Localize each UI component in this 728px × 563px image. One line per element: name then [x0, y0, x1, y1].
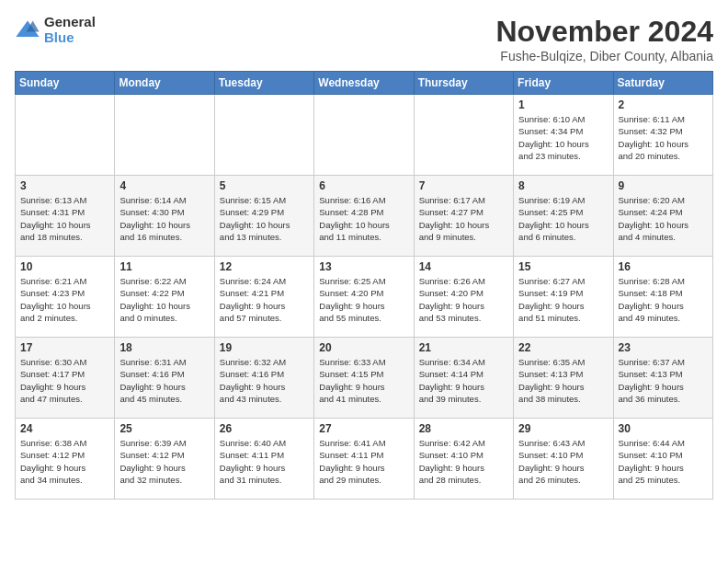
day-number: 12	[220, 260, 309, 273]
day-number: 15	[518, 260, 608, 273]
day-number: 27	[319, 422, 408, 435]
day-number: 5	[220, 179, 309, 192]
day-number: 26	[220, 422, 309, 435]
calendar-cell: 15Sunrise: 6:27 AM Sunset: 4:19 PM Dayli…	[514, 257, 613, 338]
day-number: 16	[619, 260, 708, 273]
day-number: 19	[220, 341, 309, 354]
day-number: 21	[419, 341, 508, 354]
day-number: 3	[20, 179, 109, 192]
day-number: 23	[619, 341, 708, 354]
calendar-cell: 16Sunrise: 6:28 AM Sunset: 4:18 PM Dayli…	[613, 257, 712, 338]
day-number: 30	[619, 422, 708, 435]
day-info: Sunrise: 6:20 AM Sunset: 4:24 PM Dayligh…	[619, 194, 708, 243]
calendar-cell: 14Sunrise: 6:26 AM Sunset: 4:20 PM Dayli…	[414, 257, 513, 338]
day-number: 22	[518, 341, 608, 354]
calendar-cell: 22Sunrise: 6:35 AM Sunset: 4:13 PM Dayli…	[514, 338, 613, 419]
calendar-cell: 12Sunrise: 6:24 AM Sunset: 4:21 PM Dayli…	[214, 257, 313, 338]
day-number: 8	[518, 179, 608, 192]
calendar-cell: 29Sunrise: 6:43 AM Sunset: 4:10 PM Dayli…	[514, 419, 613, 500]
day-info: Sunrise: 6:34 AM Sunset: 4:14 PM Dayligh…	[419, 356, 508, 405]
calendar-cell: 13Sunrise: 6:25 AM Sunset: 4:20 PM Dayli…	[314, 257, 414, 338]
calendar-cell	[16, 95, 115, 176]
calendar-cell: 10Sunrise: 6:21 AM Sunset: 4:23 PM Dayli…	[16, 257, 115, 338]
day-number: 2	[619, 98, 708, 111]
day-info: Sunrise: 6:33 AM Sunset: 4:15 PM Dayligh…	[319, 356, 408, 405]
day-info: Sunrise: 6:42 AM Sunset: 4:10 PM Dayligh…	[419, 437, 508, 486]
day-info: Sunrise: 6:16 AM Sunset: 4:28 PM Dayligh…	[319, 194, 408, 243]
logo: General Blue	[15, 15, 96, 45]
day-number: 14	[419, 260, 508, 273]
day-number: 9	[619, 179, 708, 192]
day-info: Sunrise: 6:26 AM Sunset: 4:20 PM Dayligh…	[419, 275, 508, 324]
day-info: Sunrise: 6:39 AM Sunset: 4:12 PM Dayligh…	[119, 437, 209, 486]
weekday-header-row: SundayMondayTuesdayWednesdayThursdayFrid…	[16, 72, 713, 95]
weekday-header-cell: Friday	[514, 72, 613, 95]
day-info: Sunrise: 6:41 AM Sunset: 4:11 PM Dayligh…	[319, 437, 408, 486]
logo-blue-text: Blue	[44, 30, 96, 46]
day-number: 4	[119, 179, 209, 192]
calendar-cell	[314, 95, 414, 176]
day-number: 17	[20, 341, 109, 354]
day-info: Sunrise: 6:43 AM Sunset: 4:10 PM Dayligh…	[518, 437, 608, 486]
weekday-header-cell: Monday	[115, 72, 214, 95]
calendar-cell: 24Sunrise: 6:38 AM Sunset: 4:12 PM Dayli…	[16, 419, 115, 500]
day-number: 18	[119, 341, 209, 354]
day-number: 25	[119, 422, 209, 435]
day-info: Sunrise: 6:11 AM Sunset: 4:32 PM Dayligh…	[619, 113, 708, 162]
day-number: 10	[20, 260, 109, 273]
day-info: Sunrise: 6:31 AM Sunset: 4:16 PM Dayligh…	[119, 356, 209, 405]
calendar-cell: 30Sunrise: 6:44 AM Sunset: 4:10 PM Dayli…	[613, 419, 712, 500]
calendar-cell	[214, 95, 313, 176]
day-info: Sunrise: 6:22 AM Sunset: 4:22 PM Dayligh…	[119, 275, 209, 324]
day-number: 11	[119, 260, 209, 273]
day-info: Sunrise: 6:38 AM Sunset: 4:12 PM Dayligh…	[20, 437, 109, 486]
calendar-cell: 7Sunrise: 6:17 AM Sunset: 4:27 PM Daylig…	[414, 176, 513, 257]
calendar-week-row: 17Sunrise: 6:30 AM Sunset: 4:17 PM Dayli…	[16, 338, 713, 419]
day-info: Sunrise: 6:17 AM Sunset: 4:27 PM Dayligh…	[419, 194, 508, 243]
day-number: 6	[319, 179, 408, 192]
calendar-cell: 25Sunrise: 6:39 AM Sunset: 4:12 PM Dayli…	[115, 419, 214, 500]
calendar-cell: 20Sunrise: 6:33 AM Sunset: 4:15 PM Dayli…	[314, 338, 414, 419]
calendar-cell: 2Sunrise: 6:11 AM Sunset: 4:32 PM Daylig…	[613, 95, 712, 176]
day-info: Sunrise: 6:35 AM Sunset: 4:13 PM Dayligh…	[518, 356, 608, 405]
calendar-cell: 11Sunrise: 6:22 AM Sunset: 4:22 PM Dayli…	[115, 257, 214, 338]
day-number: 7	[419, 179, 508, 192]
calendar-week-row: 24Sunrise: 6:38 AM Sunset: 4:12 PM Dayli…	[16, 419, 713, 500]
weekday-header-cell: Wednesday	[314, 72, 414, 95]
title-area: November 2024 Fushe-Bulqize, Diber Count…	[495, 15, 713, 63]
day-info: Sunrise: 6:25 AM Sunset: 4:20 PM Dayligh…	[319, 275, 408, 324]
calendar-cell: 27Sunrise: 6:41 AM Sunset: 4:11 PM Dayli…	[314, 419, 414, 500]
calendar-cell	[414, 95, 513, 176]
calendar-cell: 4Sunrise: 6:14 AM Sunset: 4:30 PM Daylig…	[115, 176, 214, 257]
calendar-cell: 8Sunrise: 6:19 AM Sunset: 4:25 PM Daylig…	[514, 176, 613, 257]
day-info: Sunrise: 6:24 AM Sunset: 4:21 PM Dayligh…	[220, 275, 309, 324]
weekday-header-cell: Tuesday	[214, 72, 313, 95]
day-number: 1	[518, 98, 608, 111]
calendar-cell: 19Sunrise: 6:32 AM Sunset: 4:16 PM Dayli…	[214, 338, 313, 419]
calendar-cell: 23Sunrise: 6:37 AM Sunset: 4:13 PM Dayli…	[613, 338, 712, 419]
location-subtitle: Fushe-Bulqize, Diber County, Albania	[495, 49, 713, 63]
calendar-cell: 18Sunrise: 6:31 AM Sunset: 4:16 PM Dayli…	[115, 338, 214, 419]
day-info: Sunrise: 6:27 AM Sunset: 4:19 PM Dayligh…	[518, 275, 608, 324]
day-info: Sunrise: 6:30 AM Sunset: 4:17 PM Dayligh…	[20, 356, 109, 405]
calendar-cell: 6Sunrise: 6:16 AM Sunset: 4:28 PM Daylig…	[314, 176, 414, 257]
day-info: Sunrise: 6:37 AM Sunset: 4:13 PM Dayligh…	[619, 356, 708, 405]
month-title: November 2024	[495, 15, 713, 49]
calendar-cell: 17Sunrise: 6:30 AM Sunset: 4:17 PM Dayli…	[16, 338, 115, 419]
day-number: 28	[419, 422, 508, 435]
logo-general-text: General	[44, 15, 96, 30]
day-number: 20	[319, 341, 408, 354]
day-info: Sunrise: 6:28 AM Sunset: 4:18 PM Dayligh…	[619, 275, 708, 324]
weekday-header-cell: Sunday	[16, 72, 115, 95]
calendar-cell	[115, 95, 214, 176]
day-info: Sunrise: 6:40 AM Sunset: 4:11 PM Dayligh…	[220, 437, 309, 486]
day-info: Sunrise: 6:15 AM Sunset: 4:29 PM Dayligh…	[220, 194, 309, 243]
calendar-body: 1Sunrise: 6:10 AM Sunset: 4:34 PM Daylig…	[16, 95, 713, 500]
day-info: Sunrise: 6:32 AM Sunset: 4:16 PM Dayligh…	[220, 356, 309, 405]
calendar-week-row: 1Sunrise: 6:10 AM Sunset: 4:34 PM Daylig…	[16, 95, 713, 176]
day-number: 29	[518, 422, 608, 435]
day-info: Sunrise: 6:10 AM Sunset: 4:34 PM Dayligh…	[518, 113, 608, 162]
calendar-cell: 3Sunrise: 6:13 AM Sunset: 4:31 PM Daylig…	[16, 176, 115, 257]
calendar-cell: 28Sunrise: 6:42 AM Sunset: 4:10 PM Dayli…	[414, 419, 513, 500]
day-info: Sunrise: 6:21 AM Sunset: 4:23 PM Dayligh…	[20, 275, 109, 324]
